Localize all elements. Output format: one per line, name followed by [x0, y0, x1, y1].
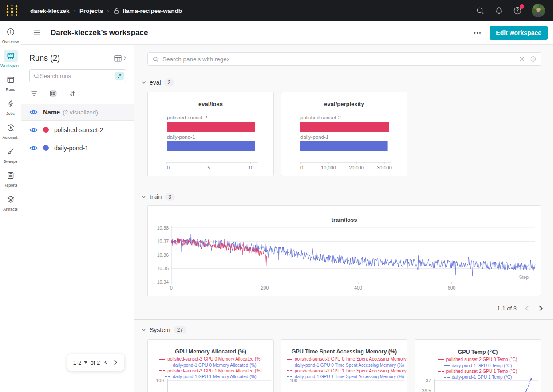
- breadcrumb-projects[interactable]: Projects: [79, 8, 103, 14]
- sidebar-item-runs[interactable]: Runs: [0, 74, 21, 92]
- runs-search-box: .*: [29, 69, 126, 82]
- search-icon[interactable]: [476, 6, 485, 15]
- wandb-logo[interactable]: [4, 3, 20, 19]
- section-header-system[interactable]: System 27: [141, 326, 186, 334]
- sidebar-item-overview[interactable]: Overview: [0, 26, 21, 44]
- chevron-down-icon: [141, 194, 146, 200]
- notifications-bell-icon[interactable]: [494, 6, 503, 15]
- regex-toggle-button[interactable]: .*: [115, 72, 124, 80]
- svg-text:train/loss: train/loss: [332, 216, 357, 223]
- visualized-count-label: (2 visualized): [63, 109, 98, 116]
- legend-label: daily-pond-1 GPU 1 Time Spent Accessing …: [295, 374, 404, 379]
- svg-text:10.36: 10.36: [157, 252, 169, 258]
- panel-gpu-time[interactable]: GPU Time Spent Accessing Memory (%)polis…: [281, 339, 407, 392]
- visibility-eye-icon[interactable]: [29, 127, 38, 133]
- sidebar-item-label: Automat.: [2, 135, 18, 140]
- gridline: [301, 380, 404, 381]
- run-color-dot: [43, 127, 49, 133]
- y-tick-label: 36.5: [418, 388, 431, 392]
- panels-area: eval 2 eval/losspolished-sunset-2daily-p…: [134, 45, 553, 392]
- legend-line-mark: [438, 371, 444, 372]
- filter-icon[interactable]: [30, 90, 38, 98]
- sidebar-item-workspace[interactable]: Workspace: [0, 50, 21, 68]
- sort-icon[interactable]: [68, 90, 76, 98]
- runs-columns-header[interactable]: Name (2 visualized): [21, 104, 134, 121]
- overflow-menu-icon[interactable]: •••: [474, 30, 482, 35]
- svg-text:600: 600: [448, 285, 456, 290]
- sidebar-item-label: Sweeps: [3, 159, 17, 164]
- breadcrumb-separator: ›: [107, 8, 109, 14]
- legend-label: daily-pond-1 GPU 0 Temp (°C): [452, 363, 512, 368]
- section-count-badge: 2: [164, 78, 174, 86]
- legend-entry: daily-pond-1 GPU 1 Temp (°C): [415, 374, 541, 380]
- sidebar-item-artifacts[interactable]: Artifacts: [0, 193, 21, 212]
- svg-text:?: ?: [516, 8, 519, 13]
- legend-label: polished-sunset-2 GPU 1 Memory Allocated…: [167, 368, 261, 373]
- clear-search-icon[interactable]: [519, 56, 525, 62]
- breadcrumb-project[interactable]: llama-recipes-wandb: [123, 8, 182, 14]
- automation-cycle-icon: [4, 122, 18, 134]
- next-page-icon[interactable]: [112, 359, 118, 365]
- y-axis-line: [434, 379, 435, 392]
- divider: [134, 70, 553, 70]
- next-page-icon[interactable]: [537, 305, 544, 312]
- sidebar-item-sweeps[interactable]: Sweeps: [0, 145, 21, 164]
- sidebar-item-label: Runs: [6, 87, 15, 92]
- search-runs-input[interactable]: [40, 73, 115, 79]
- panel-gpu-temp[interactable]: GPU Temp (℃)polished-sunset-2 GPU 0 Temp…: [415, 339, 541, 392]
- panel-collapse-icon[interactable]: [33, 29, 41, 37]
- panel-eval-loss[interactable]: eval/losspolished-sunset-2daily-pond-105…: [147, 92, 274, 176]
- panel-eval-perplexity[interactable]: eval/perplexitypolished-sunset-2daily-po…: [281, 92, 407, 176]
- sidebar-item-reports[interactable]: Reports: [0, 169, 21, 188]
- run-row[interactable]: polished-sunset-2: [21, 121, 134, 139]
- page-range-label[interactable]: 1-2: [73, 359, 82, 366]
- page-size-dropdown-icon[interactable]: [84, 361, 87, 364]
- avatar[interactable]: [532, 4, 545, 17]
- run-row[interactable]: daily-pond-1: [21, 139, 134, 157]
- legend-label: polished-sunset-2 GPU 0 Memory Allocated…: [167, 357, 261, 361]
- runs-list: polished-sunset-2daily-pond-1: [21, 121, 134, 157]
- bar-chart-svg: eval/perplexitypolished-sunset-2daily-po…: [281, 92, 407, 176]
- prev-page-icon[interactable]: [524, 305, 530, 312]
- run-name: daily-pond-1: [54, 145, 88, 152]
- legend-line-mark: [159, 359, 165, 360]
- chart-title: GPU Temp (℃): [415, 349, 541, 355]
- panel-train-loss[interactable]: train/loss10.3410.3510.3610.3710.3802004…: [147, 205, 541, 296]
- visibility-eye-icon[interactable]: [29, 109, 38, 115]
- breadcrumb-user[interactable]: darek-kleczek: [30, 8, 70, 14]
- chevron-down-icon: [141, 80, 146, 85]
- history-icon[interactable]: [529, 55, 537, 63]
- section-name: eval: [150, 79, 161, 86]
- help-icon[interactable]: ?: [513, 6, 522, 15]
- svg-text:10: 10: [248, 165, 253, 170]
- section-header-train[interactable]: train 3: [141, 193, 175, 201]
- search-panels-input[interactable]: [162, 56, 515, 63]
- page-total-label: of 2: [91, 359, 100, 366]
- visibility-eye-icon[interactable]: [29, 145, 38, 151]
- left-nav-rail: OverviewWorkspaceRunsJobsAutomat.SweepsR…: [0, 21, 21, 392]
- group-list-icon[interactable]: [49, 90, 57, 98]
- workspace-board-icon: [4, 50, 18, 62]
- sidebar-item-label: Jobs: [6, 111, 15, 116]
- gridline: [434, 391, 538, 391]
- section-count-badge: 27: [174, 326, 186, 334]
- expand-table-chevron-icon[interactable]: [122, 55, 128, 61]
- section-header-eval[interactable]: eval 2: [141, 78, 174, 86]
- run-color-dot: [43, 145, 49, 151]
- legend-line-mark: [165, 376, 170, 377]
- prev-page-icon[interactable]: [103, 359, 109, 365]
- edit-workspace-button[interactable]: Edit workspace: [490, 26, 548, 40]
- legend-entry: daily-pond-1 GPU 0 Temp (°C): [415, 362, 541, 368]
- sidebar-item-jobs[interactable]: Jobs: [0, 98, 21, 116]
- chart-title: GPU Memory Allocated (%): [148, 349, 273, 355]
- panel-gpu-memory[interactable]: GPU Memory Allocated (%)polished-sunset-…: [147, 339, 274, 392]
- sidebar-item-automat[interactable]: Automat.: [0, 122, 21, 140]
- workspace-header: Darek-kleczek's workspace ••• Edit works…: [21, 21, 553, 45]
- svg-text:daily-pond-1: daily-pond-1: [167, 134, 195, 140]
- runs-table-toggle-icon[interactable]: [114, 54, 122, 63]
- chart-legend: polished-sunset-2 GPU 0 Temp (°C)daily-p…: [415, 357, 541, 380]
- svg-text:10.34: 10.34: [157, 279, 169, 285]
- gridline: [167, 380, 271, 381]
- legend-entry: polished-sunset-2 GPU 1 Memory Allocated…: [148, 368, 273, 374]
- legend-line-mark: [287, 359, 292, 360]
